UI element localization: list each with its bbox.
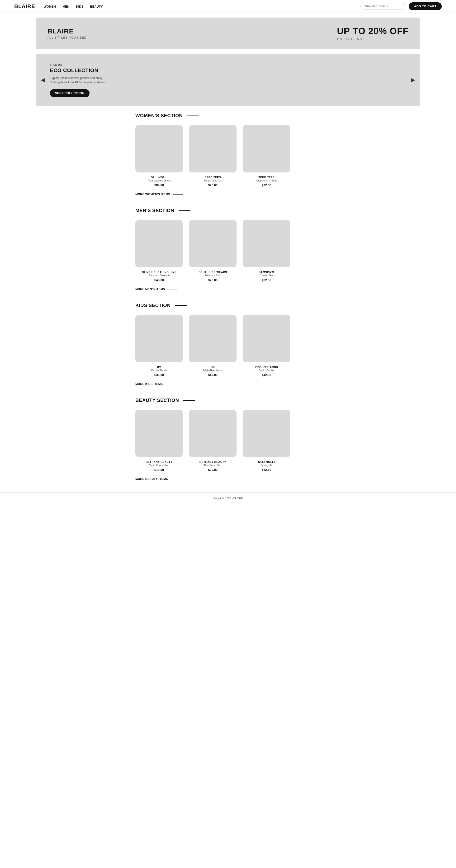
section-line-beauty	[183, 400, 195, 401]
section-title-womens: WOMEN'S SECTION	[135, 113, 183, 118]
product-price: $32.60	[262, 183, 271, 187]
carousel-description: Explore Blaire's newest partner and enjo…	[50, 76, 112, 85]
product-image	[189, 220, 236, 267]
product-image	[243, 125, 290, 173]
carousel-content: shop our ECO COLLECTION Explore Blaire's…	[50, 63, 406, 97]
section-header-kids: KIDS SECTION	[135, 303, 321, 308]
product-brand: DV	[211, 366, 215, 368]
product-brand: PINK PATTERNS	[255, 366, 278, 368]
product-card[interactable]: BETHANY BEAUTYMatte Foundation$18.00	[135, 410, 183, 472]
hero-left: BLAIRE ALL STYLES YOU NEED	[48, 28, 87, 39]
more-link-text: MORE MEN'S ITEMS	[135, 287, 165, 291]
nav-link-men[interactable]: MEN	[62, 5, 69, 8]
more-link-line	[166, 384, 175, 384]
carousel-title: ECO COLLECTION	[50, 67, 406, 73]
products-grid-beauty: BETHANY BEAUTYMatte Foundation$18.00BETH…	[135, 410, 321, 472]
product-name: Hoop Tank Top	[204, 179, 222, 182]
product-card[interactable]: OLIVER CLOTHING LINEStandard Denim 8$48.…	[135, 220, 183, 282]
hero-right: UP TO 20% OFF ON ALL ITEMS	[337, 26, 408, 41]
product-image	[189, 315, 236, 362]
product-image	[135, 410, 183, 457]
section-mens: MEN'S SECTIONOLIVER CLOTHING LINEStandar…	[131, 208, 325, 291]
product-card[interactable]: PINK PATTERNSDenim Jacket$42.60	[243, 315, 290, 377]
product-name: Classic Tee	[260, 274, 273, 277]
carousel-arrow-left[interactable]: ◀	[39, 75, 47, 85]
nav-link-women[interactable]: WOMEN	[44, 5, 56, 8]
more-link-womens[interactable]: MORE WOMEN'S ITEMS	[135, 193, 321, 196]
section-header-beauty: BEAUTY SECTION	[135, 398, 321, 403]
product-name: High-Waisted Jeans	[147, 179, 171, 182]
more-link-kids[interactable]: MORE KIDS ITEMS	[135, 382, 321, 386]
product-price: $40.00	[208, 373, 218, 377]
hero-banner: BLAIRE ALL STYLES YOU NEED UP TO 20% OFF…	[36, 18, 420, 49]
section-line-mens	[179, 210, 191, 211]
product-name: Classic Fit T-Shirt	[256, 179, 277, 182]
product-price: $18.00	[154, 468, 164, 472]
shop-collection-button[interactable]: SHOP COLLECTION	[50, 89, 89, 97]
section-header-mens: MEN'S SECTION	[135, 208, 321, 213]
hero-discount-sub: ON ALL ITEMS	[337, 37, 408, 41]
more-link-line	[171, 479, 180, 479]
more-link-beauty[interactable]: MORE BEAUTY ITEMS	[135, 477, 321, 480]
carousel-banner: ◀ shop our ECO COLLECTION Explore Blaire…	[36, 54, 420, 106]
product-image	[135, 125, 183, 173]
product-image	[243, 315, 290, 362]
product-card[interactable]: OLLI MOLLIBeauty Kit$62.60	[243, 410, 290, 472]
more-link-mens[interactable]: MORE MEN'S ITEMS	[135, 287, 321, 291]
product-card[interactable]: SPEC TEESClassic Fit T-Shirt$32.60	[243, 125, 290, 187]
nav-link-beauty[interactable]: BEAUTY	[90, 5, 103, 8]
footer-text: Copyright 2050 • BLAIRE	[213, 497, 243, 500]
product-image	[189, 410, 236, 457]
section-kids: KIDS SECTIONDVDenim Shorts$38.00DVHigh R…	[131, 303, 325, 386]
product-brand: DV	[157, 366, 161, 368]
product-card[interactable]: SPEC TEESHoop Tank Top$26.00	[189, 125, 236, 187]
product-card[interactable]: BETHANY BEAUTYAloe Fresh Skin$30.00	[189, 410, 236, 472]
more-link-line	[168, 289, 177, 289]
product-price: $38.00	[154, 373, 164, 377]
product-brand: BETHANY BEAUTY	[146, 460, 172, 463]
search-input[interactable]	[360, 3, 405, 9]
product-card[interactable]: DVDenim Shorts$38.00	[135, 315, 183, 377]
nav-logo[interactable]: BLAIRE	[14, 3, 35, 9]
product-name: High Rise Jeans	[203, 369, 222, 372]
section-title-kids: KIDS SECTION	[135, 303, 171, 308]
product-name: Standard Shirt	[204, 274, 221, 277]
section-line-kids	[175, 305, 187, 306]
product-price: $88.00	[154, 183, 164, 187]
product-card[interactable]: SAMSON'SClassic Tee$32.60	[243, 220, 290, 282]
section-header-womens: WOMEN'S SECTION	[135, 113, 321, 118]
product-brand: OLIVER CLOTHING LINE	[142, 271, 176, 274]
product-brand: OLLI MOLLI	[151, 176, 167, 179]
add-to-cart-button[interactable]: ADD TO CART	[409, 2, 442, 10]
product-card[interactable]: SOUTHSIDE WEARSStandard Shirt$20.00	[189, 220, 236, 282]
hero-subtitle: ALL STYLES YOU NEED	[48, 36, 87, 39]
product-name: Aloe Fresh Skin	[203, 464, 222, 467]
section-beauty: BEAUTY SECTIONBETHANY BEAUTYMatte Founda…	[131, 398, 325, 480]
products-grid-kids: DVDenim Shorts$38.00DVHigh Rise Jeans$40…	[135, 315, 321, 377]
nav-link-kids[interactable]: KIDS	[76, 5, 83, 8]
product-card[interactable]: OLLI MOLLIHigh-Waisted Jeans$88.00	[135, 125, 183, 187]
product-image	[189, 125, 236, 173]
product-card[interactable]: DVHigh Rise Jeans$40.00	[189, 315, 236, 377]
more-link-text: MORE KIDS ITEMS	[135, 382, 163, 386]
product-brand: SAMSON'S	[259, 271, 274, 274]
product-name: Denim Jacket	[259, 369, 275, 372]
navbar: BLAIRE WOMEN MEN KIDS BEAUTY ADD TO CART	[0, 0, 456, 13]
carousel-arrow-right[interactable]: ▶	[409, 75, 417, 85]
products-grid-mens: OLIVER CLOTHING LINEStandard Denim 8$48.…	[135, 220, 321, 282]
product-image	[243, 410, 290, 457]
product-price: $48.00	[154, 278, 164, 282]
product-image	[135, 220, 183, 267]
product-price: $30.00	[208, 468, 218, 472]
more-link-line	[173, 194, 183, 194]
product-name: Matte Foundation	[149, 464, 169, 467]
product-brand: SPEC TEES	[258, 176, 275, 179]
hero-discount: UP TO 20% OFF	[337, 26, 408, 36]
section-title-beauty: BEAUTY SECTION	[135, 398, 179, 403]
products-grid-womens: OLLI MOLLIHigh-Waisted Jeans$88.00SPEC T…	[135, 125, 321, 187]
product-brand: OLLI MOLLI	[258, 460, 275, 463]
product-price: $62.60	[262, 468, 271, 472]
product-price: $32.60	[262, 278, 271, 282]
product-brand: SPEC TEES	[205, 176, 221, 179]
product-price: $26.00	[208, 183, 218, 187]
